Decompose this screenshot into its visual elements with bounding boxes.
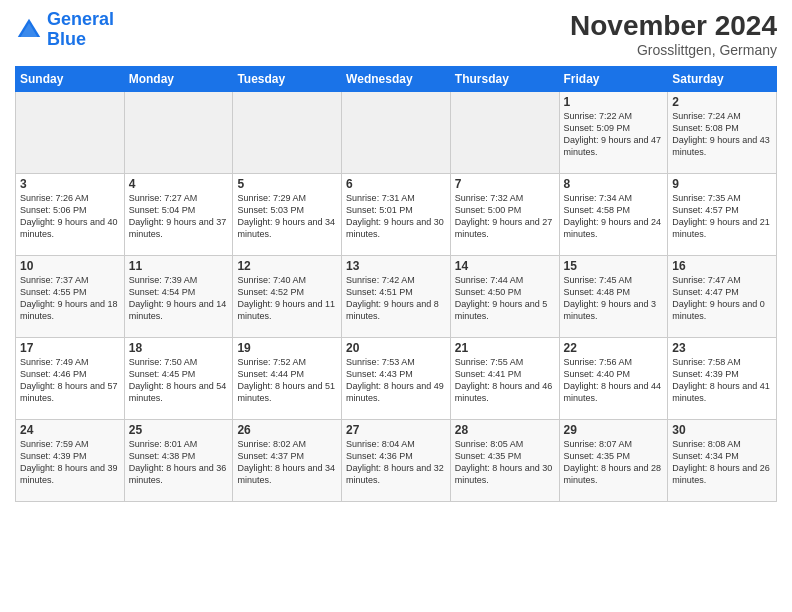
calendar-cell: 15Sunrise: 7:45 AMSunset: 4:48 PMDayligh… xyxy=(559,256,668,338)
calendar-cell: 25Sunrise: 8:01 AMSunset: 4:38 PMDayligh… xyxy=(124,420,233,502)
calendar-cell: 30Sunrise: 8:08 AMSunset: 4:34 PMDayligh… xyxy=(668,420,777,502)
location: Grosslittgen, Germany xyxy=(570,42,777,58)
calendar-cell: 17Sunrise: 7:49 AMSunset: 4:46 PMDayligh… xyxy=(16,338,125,420)
day-info: Sunrise: 7:31 AMSunset: 5:01 PMDaylight:… xyxy=(346,192,446,241)
calendar-week-1: 3Sunrise: 7:26 AMSunset: 5:06 PMDaylight… xyxy=(16,174,777,256)
day-number: 10 xyxy=(20,259,120,273)
calendar-cell xyxy=(342,92,451,174)
day-number: 17 xyxy=(20,341,120,355)
day-info: Sunrise: 7:53 AMSunset: 4:43 PMDaylight:… xyxy=(346,356,446,405)
calendar-cell: 26Sunrise: 8:02 AMSunset: 4:37 PMDayligh… xyxy=(233,420,342,502)
logo-text: General Blue xyxy=(47,10,114,50)
calendar-week-4: 24Sunrise: 7:59 AMSunset: 4:39 PMDayligh… xyxy=(16,420,777,502)
header-cell-wednesday: Wednesday xyxy=(342,67,451,92)
day-info: Sunrise: 8:05 AMSunset: 4:35 PMDaylight:… xyxy=(455,438,555,487)
day-number: 9 xyxy=(672,177,772,191)
day-number: 11 xyxy=(129,259,229,273)
calendar-cell: 3Sunrise: 7:26 AMSunset: 5:06 PMDaylight… xyxy=(16,174,125,256)
calendar-table: SundayMondayTuesdayWednesdayThursdayFrid… xyxy=(15,66,777,502)
calendar-week-2: 10Sunrise: 7:37 AMSunset: 4:55 PMDayligh… xyxy=(16,256,777,338)
calendar-week-0: 1Sunrise: 7:22 AMSunset: 5:09 PMDaylight… xyxy=(16,92,777,174)
day-info: Sunrise: 7:34 AMSunset: 4:58 PMDaylight:… xyxy=(564,192,664,241)
calendar-cell: 16Sunrise: 7:47 AMSunset: 4:47 PMDayligh… xyxy=(668,256,777,338)
calendar-cell: 11Sunrise: 7:39 AMSunset: 4:54 PMDayligh… xyxy=(124,256,233,338)
calendar-cell xyxy=(233,92,342,174)
day-number: 22 xyxy=(564,341,664,355)
calendar-cell: 22Sunrise: 7:56 AMSunset: 4:40 PMDayligh… xyxy=(559,338,668,420)
day-info: Sunrise: 7:42 AMSunset: 4:51 PMDaylight:… xyxy=(346,274,446,323)
day-info: Sunrise: 7:24 AMSunset: 5:08 PMDaylight:… xyxy=(672,110,772,159)
day-info: Sunrise: 7:32 AMSunset: 5:00 PMDaylight:… xyxy=(455,192,555,241)
day-number: 18 xyxy=(129,341,229,355)
calendar-cell: 12Sunrise: 7:40 AMSunset: 4:52 PMDayligh… xyxy=(233,256,342,338)
day-number: 7 xyxy=(455,177,555,191)
day-number: 28 xyxy=(455,423,555,437)
day-number: 8 xyxy=(564,177,664,191)
header-cell-tuesday: Tuesday xyxy=(233,67,342,92)
calendar-cell: 1Sunrise: 7:22 AMSunset: 5:09 PMDaylight… xyxy=(559,92,668,174)
page-container: General Blue November 2024 Grosslittgen,… xyxy=(0,0,792,507)
header-cell-friday: Friday xyxy=(559,67,668,92)
day-info: Sunrise: 7:44 AMSunset: 4:50 PMDaylight:… xyxy=(455,274,555,323)
day-number: 15 xyxy=(564,259,664,273)
calendar-cell: 18Sunrise: 7:50 AMSunset: 4:45 PMDayligh… xyxy=(124,338,233,420)
day-info: Sunrise: 7:29 AMSunset: 5:03 PMDaylight:… xyxy=(237,192,337,241)
calendar-cell: 6Sunrise: 7:31 AMSunset: 5:01 PMDaylight… xyxy=(342,174,451,256)
day-info: Sunrise: 7:49 AMSunset: 4:46 PMDaylight:… xyxy=(20,356,120,405)
day-info: Sunrise: 7:39 AMSunset: 4:54 PMDaylight:… xyxy=(129,274,229,323)
day-info: Sunrise: 8:04 AMSunset: 4:36 PMDaylight:… xyxy=(346,438,446,487)
header-cell-monday: Monday xyxy=(124,67,233,92)
calendar-cell xyxy=(124,92,233,174)
calendar-cell: 19Sunrise: 7:52 AMSunset: 4:44 PMDayligh… xyxy=(233,338,342,420)
calendar-cell: 28Sunrise: 8:05 AMSunset: 4:35 PMDayligh… xyxy=(450,420,559,502)
day-info: Sunrise: 8:01 AMSunset: 4:38 PMDaylight:… xyxy=(129,438,229,487)
day-info: Sunrise: 7:40 AMSunset: 4:52 PMDaylight:… xyxy=(237,274,337,323)
day-info: Sunrise: 7:58 AMSunset: 4:39 PMDaylight:… xyxy=(672,356,772,405)
calendar-cell: 8Sunrise: 7:34 AMSunset: 4:58 PMDaylight… xyxy=(559,174,668,256)
logo-icon xyxy=(15,16,43,44)
calendar-cell xyxy=(16,92,125,174)
day-number: 14 xyxy=(455,259,555,273)
day-number: 30 xyxy=(672,423,772,437)
day-info: Sunrise: 7:56 AMSunset: 4:40 PMDaylight:… xyxy=(564,356,664,405)
day-number: 21 xyxy=(455,341,555,355)
day-info: Sunrise: 7:37 AMSunset: 4:55 PMDaylight:… xyxy=(20,274,120,323)
day-number: 25 xyxy=(129,423,229,437)
day-number: 6 xyxy=(346,177,446,191)
day-info: Sunrise: 7:47 AMSunset: 4:47 PMDaylight:… xyxy=(672,274,772,323)
day-info: Sunrise: 8:08 AMSunset: 4:34 PMDaylight:… xyxy=(672,438,772,487)
calendar-cell: 29Sunrise: 8:07 AMSunset: 4:35 PMDayligh… xyxy=(559,420,668,502)
logo: General Blue xyxy=(15,10,114,50)
page-header: General Blue November 2024 Grosslittgen,… xyxy=(15,10,777,58)
calendar-cell: 4Sunrise: 7:27 AMSunset: 5:04 PMDaylight… xyxy=(124,174,233,256)
day-number: 16 xyxy=(672,259,772,273)
header-cell-sunday: Sunday xyxy=(16,67,125,92)
day-number: 20 xyxy=(346,341,446,355)
day-info: Sunrise: 7:27 AMSunset: 5:04 PMDaylight:… xyxy=(129,192,229,241)
day-number: 4 xyxy=(129,177,229,191)
day-number: 5 xyxy=(237,177,337,191)
calendar-cell: 13Sunrise: 7:42 AMSunset: 4:51 PMDayligh… xyxy=(342,256,451,338)
month-title: November 2024 xyxy=(570,10,777,42)
day-info: Sunrise: 8:07 AMSunset: 4:35 PMDaylight:… xyxy=(564,438,664,487)
day-info: Sunrise: 7:35 AMSunset: 4:57 PMDaylight:… xyxy=(672,192,772,241)
calendar-week-3: 17Sunrise: 7:49 AMSunset: 4:46 PMDayligh… xyxy=(16,338,777,420)
calendar-body: 1Sunrise: 7:22 AMSunset: 5:09 PMDaylight… xyxy=(16,92,777,502)
day-info: Sunrise: 7:55 AMSunset: 4:41 PMDaylight:… xyxy=(455,356,555,405)
day-info: Sunrise: 7:59 AMSunset: 4:39 PMDaylight:… xyxy=(20,438,120,487)
calendar-cell: 23Sunrise: 7:58 AMSunset: 4:39 PMDayligh… xyxy=(668,338,777,420)
day-info: Sunrise: 7:45 AMSunset: 4:48 PMDaylight:… xyxy=(564,274,664,323)
calendar-cell: 10Sunrise: 7:37 AMSunset: 4:55 PMDayligh… xyxy=(16,256,125,338)
calendar-cell: 21Sunrise: 7:55 AMSunset: 4:41 PMDayligh… xyxy=(450,338,559,420)
day-number: 27 xyxy=(346,423,446,437)
day-info: Sunrise: 7:50 AMSunset: 4:45 PMDaylight:… xyxy=(129,356,229,405)
calendar-cell: 2Sunrise: 7:24 AMSunset: 5:08 PMDaylight… xyxy=(668,92,777,174)
calendar-cell: 7Sunrise: 7:32 AMSunset: 5:00 PMDaylight… xyxy=(450,174,559,256)
day-number: 19 xyxy=(237,341,337,355)
day-number: 24 xyxy=(20,423,120,437)
header-cell-thursday: Thursday xyxy=(450,67,559,92)
day-number: 29 xyxy=(564,423,664,437)
header-cell-saturday: Saturday xyxy=(668,67,777,92)
calendar-cell: 20Sunrise: 7:53 AMSunset: 4:43 PMDayligh… xyxy=(342,338,451,420)
calendar-cell: 27Sunrise: 8:04 AMSunset: 4:36 PMDayligh… xyxy=(342,420,451,502)
